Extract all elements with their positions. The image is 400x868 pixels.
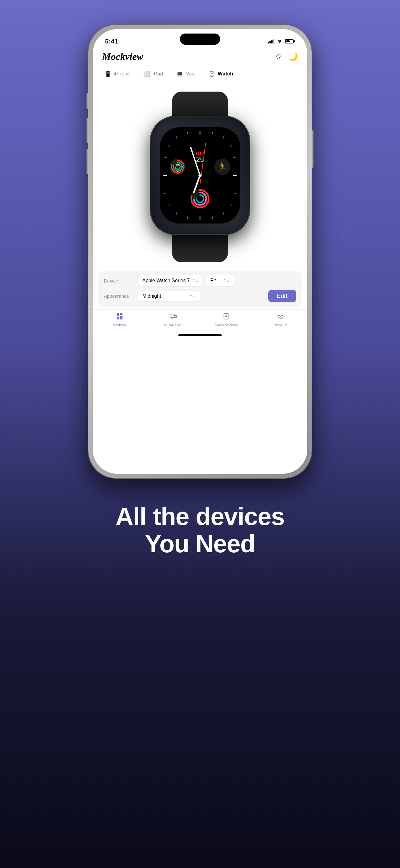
ipad-tab-label: iPad: [153, 71, 163, 77]
svg-rect-44: [117, 317, 119, 319]
mockups-icon: [116, 313, 124, 322]
status-time: 5:41: [105, 38, 118, 45]
tab-iphone[interactable]: 📱 iPhone: [99, 68, 136, 80]
appearance-chevron: ⌃⌄: [190, 294, 196, 298]
svg-rect-48: [174, 315, 177, 318]
dynamic-island: [180, 34, 220, 45]
svg-text:🏃: 🏃: [218, 162, 227, 171]
fit-select-value: Fit: [210, 278, 216, 283]
bottom-text: All the devices You Need: [115, 503, 284, 558]
device-control-row: Device Apple Watch Series 7 ⌃⌄ Fit ⌃⌄: [104, 275, 296, 286]
premium-icon: [277, 313, 284, 322]
premium-label: Premium: [273, 323, 287, 327]
tab-video-mockups[interactable]: Video Mockups: [214, 313, 239, 327]
appearance-select-value: Midnight: [142, 293, 161, 299]
svg-rect-43: [117, 313, 119, 316]
status-bar: 5:41: [93, 29, 307, 48]
tab-premium[interactable]: Premium: [268, 313, 293, 327]
svg-point-53: [226, 316, 226, 317]
volume-up-button: [87, 93, 88, 108]
svg-rect-47: [170, 314, 174, 317]
bottom-controls: Device Apple Watch Series 7 ⌃⌄ Fit ⌃⌄ Ap…: [98, 271, 302, 307]
device-select[interactable]: Apple Watch Series 7 ⌃⌄: [138, 275, 203, 286]
svg-rect-45: [120, 313, 123, 315]
device-tabs: 📱 iPhone ⬜ iPad 💻 Mac ⌚ Watch: [93, 65, 307, 82]
app-logo: Mockview: [102, 51, 143, 62]
tab-watch[interactable]: ⌚ Watch: [203, 68, 239, 80]
tab-mac[interactable]: 💻 Mac: [171, 68, 201, 80]
svg-text:THU: THU: [195, 151, 205, 156]
power-button: [312, 130, 313, 168]
watch-body: THU 25: [151, 116, 249, 235]
watch-tab-label: Watch: [218, 71, 233, 77]
status-icons: [268, 39, 295, 43]
battery-icon: [285, 39, 295, 43]
watch-tab-icon: ⌚: [208, 70, 215, 77]
mac-tab-label: Mac: [186, 71, 195, 77]
watch-face: THU 25: [160, 127, 240, 223]
tab-multi-device[interactable]: Multi-Device: [161, 313, 186, 327]
tab-ipad[interactable]: ⬜ iPad: [138, 68, 169, 80]
apple-watch: THU 25: [151, 116, 249, 235]
video-mockups-label: Video Mockups: [215, 323, 238, 327]
phone-screen: 5:41: [93, 29, 307, 474]
iphone-tab-label: iPhone: [114, 71, 130, 77]
device-select-value: Apple Watch Series 7: [142, 278, 190, 283]
volume-down-button: [87, 118, 88, 143]
bookmark-icon[interactable]: ☆: [275, 52, 282, 61]
header-icons: ☆ 🌙: [275, 52, 298, 61]
iphone-tab-icon: 📱: [104, 70, 111, 77]
mockups-label: Mockups: [112, 323, 126, 327]
mute-button: [87, 149, 88, 174]
signal-icon: [268, 39, 274, 43]
ipad-tab-icon: ⬜: [143, 70, 150, 77]
edit-button[interactable]: Edit: [268, 290, 296, 302]
svg-rect-46: [120, 316, 123, 319]
dark-mode-icon[interactable]: 🌙: [288, 52, 298, 61]
tab-bar: Mockups Multi-Device: [93, 309, 307, 333]
fit-select[interactable]: Fit ⌃⌄: [206, 275, 234, 286]
fit-chevron: ⌃⌄: [223, 278, 229, 283]
device-label: Device: [104, 278, 135, 283]
device-chevron: ⌃⌄: [192, 278, 198, 283]
wifi-icon: [277, 39, 282, 43]
bottom-line1: All the devices: [115, 503, 284, 530]
multi-device-icon: [170, 313, 177, 322]
mac-tab-icon: 💻: [176, 70, 183, 77]
svg-point-42: [198, 174, 202, 177]
appearance-label: Appearance: [104, 293, 135, 299]
video-mockups-icon: [223, 313, 231, 322]
phone-mockup: 5:41: [88, 25, 312, 478]
appearance-control-row: Appearance Midnight ⌃⌄ Edit: [104, 290, 296, 302]
phone-frame: 5:41: [88, 25, 312, 478]
tab-mockups[interactable]: Mockups: [107, 313, 132, 327]
svg-text:92: 92: [176, 164, 179, 167]
multi-device-label: Multi-Device: [164, 323, 182, 327]
app-header: Mockview ☆ 🌙: [93, 48, 307, 65]
bottom-line2: You Need: [115, 530, 284, 558]
watch-display: THU 25: [93, 82, 307, 269]
appearance-select[interactable]: Midnight ⌃⌄: [138, 291, 200, 302]
home-indicator: [178, 334, 222, 336]
